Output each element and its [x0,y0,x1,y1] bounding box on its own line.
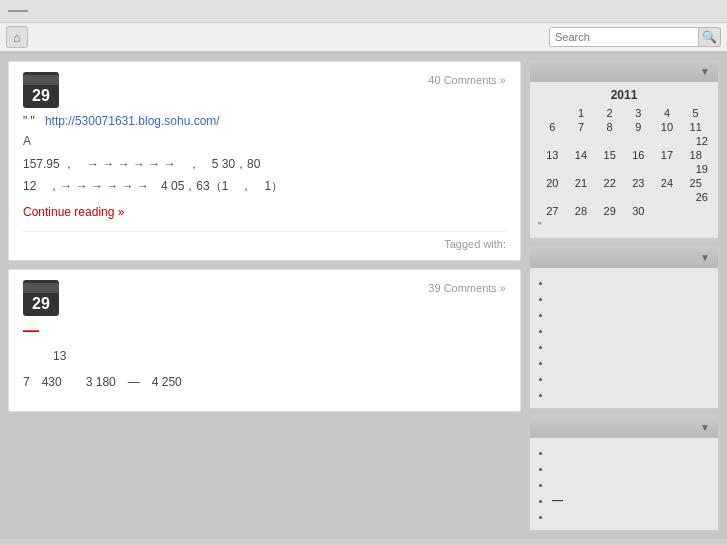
cal-6: 6 [538,120,567,134]
browser-chrome: ⌂ 🔍 [0,0,727,53]
nav-bar: ⌂ 🔍 [0,22,727,52]
cal-h0 [538,106,567,120]
list-item [552,306,710,322]
calendar-arrow-icon: ▼ [700,66,710,77]
cal-e1 [653,204,682,218]
cal-17: 17 [653,148,682,162]
calendar-widget-header: ▼ [530,62,718,82]
cal-26: 26 [538,190,710,204]
cal-19: 19 [538,162,710,176]
post-comments-2[interactable]: 39 Comments » [69,280,506,294]
list-widget-2: ▼ — [529,417,719,531]
cal-12: 12 [538,134,710,148]
cal-18: 18 [681,148,710,162]
list-item [552,338,710,354]
post-card-1: 29 40 Comments » " " http://530071631.bl… [8,61,521,261]
search-button[interactable]: 🔍 [699,27,721,47]
calendar-year: 2011 [538,88,710,102]
cal-10: 10 [653,120,682,134]
main-layout: 29 40 Comments » " " http://530071631.bl… [0,53,727,539]
cal-h2: 2 [595,106,624,120]
cal-20: 20 [538,176,567,190]
cal-28: 28 [567,204,596,218]
calendar-row-1: 6 7 8 9 10 11 [538,120,710,134]
list-item [552,354,710,370]
cal-h5: 5 [681,106,710,120]
cal-7: 7 [567,120,596,134]
cal-16: 16 [624,148,653,162]
calendar-header-row: 1 2 3 4 5 [538,106,710,120]
calendar-table: 1 2 3 4 5 6 7 8 9 10 11 [538,106,710,218]
calendar-row-2b: 19 [538,162,710,176]
cal-25: 25 [681,176,710,190]
list-item [552,444,710,460]
list-1-ul [538,274,710,402]
calendar-widget: ▼ 2011 1 2 3 4 5 6 7 8 [529,61,719,239]
cal-29: 29 [595,204,624,218]
list-item [552,476,710,492]
cal-27: 27 [538,204,567,218]
date-box-2: 29 [23,280,59,316]
list-item [552,274,710,290]
cal-15: 15 [595,148,624,162]
post-label-1: A [23,134,506,148]
home-button[interactable]: ⌂ [6,26,28,48]
list-item-dash: — [552,492,710,508]
post-comments-1[interactable]: 40 Comments » [69,72,506,86]
post-content-line1-1: 157.95 ， → → → → → → ， 5 30，80 [23,154,506,176]
cal-9: 9 [624,120,653,134]
list2-arrow-icon: ▼ [700,422,710,433]
title-bar [0,0,727,22]
date-number-1: 29 [32,85,50,106]
date-number-2: 29 [32,293,50,314]
post-title-link-1[interactable]: http://530071631.blog.sohu.com/ [45,114,220,128]
cal-23: 23 [624,176,653,190]
list-dash-icon: — [552,494,563,506]
post-content-2: 13 7 430 3 180 — 4 250 [23,346,506,393]
cal-14: 14 [567,148,596,162]
content-area: 29 40 Comments » " " http://530071631.bl… [8,61,521,531]
post-content-line2-2: 7 430 3 180 — 4 250 [23,372,506,394]
cal-h4: 4 [653,106,682,120]
calendar-row-4: 27 28 29 30 [538,204,710,218]
post-title-area-1: " " http://530071631.blog.sohu.com/ [23,114,506,128]
cal-e2 [681,204,710,218]
list-item [552,386,710,402]
post-content-line2-1: 12 ，→ → → → → → 4 05，63（1 ， 1） [23,176,506,198]
list-widget-1-header: ▼ [530,248,718,268]
continue-reading-link-1[interactable]: Continue reading » [23,205,124,219]
post-content-1: 157.95 ， → → → → → → ， 5 30，80 12 ，→ → →… [23,154,506,197]
cal-24: 24 [653,176,682,190]
sidebar: ▼ 2011 1 2 3 4 5 6 7 8 [529,61,719,531]
list-item [552,322,710,338]
comments-link-1[interactable]: 40 Comments » [428,74,506,86]
post-header-2: 29 39 Comments » [23,280,506,316]
cal-13: 13 [538,148,567,162]
cal-22: 22 [595,176,624,190]
date-box-top-2 [23,283,59,293]
search-input[interactable] [549,27,699,47]
cal-8: 8 [595,120,624,134]
post-header-1: 29 40 Comments » [23,72,506,108]
tagged-label-1: Tagged with: [444,238,506,250]
list-item [552,508,710,524]
post-card-2: 29 39 Comments » — 13 7 430 3 180 — 4 25… [8,269,521,412]
calendar-body: 2011 1 2 3 4 5 6 7 8 9 10 [530,82,718,238]
list-2-ul: — [538,444,710,524]
comments-link-2[interactable]: 39 Comments » [428,282,506,294]
date-box-1: 29 [23,72,59,108]
post-footer-1: Tagged with: [23,231,506,250]
list-widget-2-header: ▼ [530,418,718,438]
calendar-row-2: 13 14 15 16 17 18 [538,148,710,162]
list-widget-2-body: — [530,438,718,530]
list-item [552,460,710,476]
list-widget-1-body [530,268,718,408]
calendar-note: " [538,221,710,232]
cal-11: 11 [681,120,710,134]
post-num1: 13 [23,346,506,368]
calendar-row-1b: 12 [538,134,710,148]
calendar-row-3b: 26 [538,190,710,204]
list-widget-1: ▼ [529,247,719,409]
cal-h1: 1 [567,106,596,120]
list-item [552,290,710,306]
